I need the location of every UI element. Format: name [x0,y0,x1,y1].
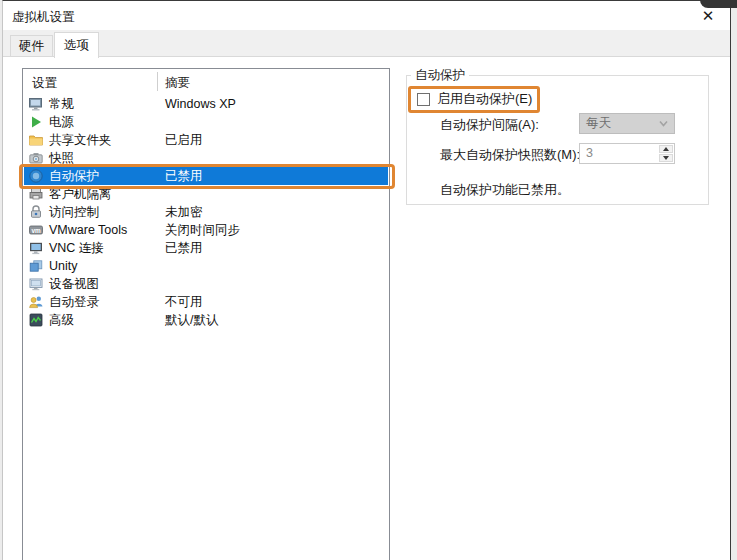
advanced-icon [28,312,44,328]
camera-icon [28,150,44,166]
column-header-settings: 设置 [32,75,57,92]
list-item-label: 常规 [49,95,74,113]
list-item-summary: 不可用 [165,293,203,311]
list-item-label: Unity [49,257,77,275]
triangle-down-icon [663,156,669,160]
interval-value: 每天 [586,116,611,130]
max-snapshots-input[interactable]: 3 [579,143,675,164]
list-item-label: 访问控制 [49,203,99,221]
vmware-tools-icon: vm [28,222,44,238]
lock-icon [28,204,44,220]
column-divider [157,72,158,91]
enable-autoprotect-checkbox[interactable]: 启用自动保护(E) [417,92,532,106]
title-bar: 虚拟机设置 [3,1,730,30]
autoprotect-icon [28,168,44,184]
svg-text:vm: vm [31,227,41,234]
list-item-summary: 关闭时间同步 [165,221,240,239]
list-item[interactable]: 设备视图 [24,275,388,293]
list-item-label: VMware Tools [49,221,127,239]
list-item-label: 客户机隔离 [49,185,112,203]
list-item-summary: 已禁用 [165,239,203,257]
column-header-summary: 摘要 [165,75,190,92]
unity-icon [28,258,44,274]
monitor-icon [28,96,44,112]
guest-isolation-icon [28,186,44,202]
autoprotect-status-text: 自动保护功能已禁用。 [440,181,570,199]
list-item[interactable]: 电源 [24,113,388,131]
list-item-label: VNC 连接 [49,239,104,257]
list-item-label: 快照 [49,149,74,167]
close-button[interactable]: ✕ [696,5,720,27]
close-icon: ✕ [702,7,715,25]
list-item[interactable]: 客户机隔离 [24,185,388,203]
list-item[interactable]: 快照 [24,149,388,167]
spinner-up-button[interactable] [659,145,673,153]
chevron-down-icon [658,118,669,129]
spinner-controls [659,145,673,162]
tab-hardware[interactable]: 硬件 [10,35,53,56]
list-item[interactable]: 自动登录不可用 [24,293,388,311]
checkbox-label: 启用自动保护(E) [437,90,532,108]
list-item-summary: 未加密 [165,203,203,221]
list-item-label: 共享文件夹 [49,131,112,149]
device-view-icon [28,276,44,292]
list-item[interactable]: VNC 连接已禁用 [24,239,388,257]
list-item-label: 设备视图 [49,275,99,293]
list-item-label: 自动登录 [49,293,99,311]
autologin-icon [28,294,44,310]
list-item[interactable]: 访问控制未加密 [24,203,388,221]
list-item[interactable]: 共享文件夹已启用 [24,131,388,149]
list-item[interactable]: vmVMware Tools关闭时间同步 [24,221,388,239]
power-icon [28,114,44,130]
interval-dropdown[interactable]: 每天 [579,113,675,134]
list-item-summary: Windows XP [165,95,236,113]
screen-corner-artifact [700,0,737,8]
vnc-icon [28,240,44,256]
settings-list: 设置 摘要 常规Windows XP电源共享文件夹已启用快照自动保护已禁用客户机… [22,68,390,560]
folder-icon [28,132,44,148]
max-snapshots-value: 3 [586,146,593,160]
list-item-summary: 已禁用 [165,167,203,185]
list-item-summary: 已启用 [165,131,203,149]
list-item-label: 电源 [49,113,74,131]
tab-bar: 硬件 选项 [3,30,730,57]
list-item[interactable]: Unity [24,257,388,275]
list-item[interactable]: 高级默认/默认 [24,311,388,329]
window-title: 虚拟机设置 [12,9,75,26]
checkbox-box [417,93,430,106]
tab-options[interactable]: 选项 [54,32,99,58]
vm-settings-dialog: 虚拟机设置 ✕ 硬件 选项 设置 摘要 常规Windows XP电源共享文件夹已… [0,0,737,560]
list-item-label: 自动保护 [49,167,99,185]
list-item-selected[interactable]: 自动保护已禁用 [24,167,388,185]
list-item-label: 高级 [49,311,74,329]
interval-label: 自动保护间隔(A): [440,116,539,134]
triangle-up-icon [663,147,669,151]
spinner-down-button[interactable] [659,154,673,162]
max-snapshots-label: 最大自动保护快照数(M): [440,146,580,164]
groupbox-title: 自动保护 [411,67,469,84]
list-item[interactable]: 常规Windows XP [24,95,388,113]
list-item-summary: 默认/默认 [165,311,218,329]
